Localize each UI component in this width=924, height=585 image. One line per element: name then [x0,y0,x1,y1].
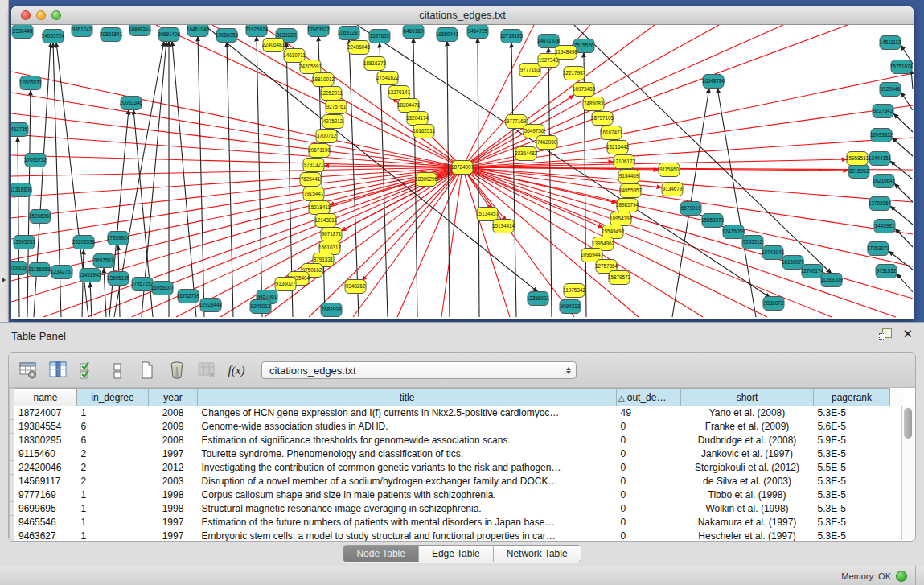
graph-edge[interactable] [11,113,462,167]
graph-node[interactable]: 24205591 [299,60,322,74]
graph-edge[interactable] [11,155,462,167]
graph-edge[interactable] [349,39,359,317]
cell-year[interactable]: 1998 [149,488,198,502]
graph-node[interactable]: 27541622 [376,72,400,85]
cell-title[interactable]: Corpus callosum shape and size in male p… [198,488,617,502]
cell-in_degree[interactable]: 2 [77,461,149,475]
graph-node[interactable]: 22406046 [347,41,371,55]
graph-edge[interactable] [717,88,756,317]
cell-in_degree[interactable]: 6 [77,420,149,434]
graph-node[interactable]: 9731532 [876,265,897,278]
graph-node[interactable]: 15134414 [492,220,515,233]
cell-title[interactable]: Structural magnetic resonance image aver… [198,502,617,516]
graph-edge[interactable] [892,138,913,156]
column-header-name[interactable]: name [14,389,77,406]
graph-node[interactable]: 11156869 [28,263,51,277]
cell-year[interactable]: 1997 [149,447,198,461]
column-header-title[interactable]: title [198,389,617,406]
graph-node[interactable]: 18846501 [129,25,152,36]
cell-in_degree[interactable]: 1 [77,529,149,542]
graph-node[interactable]: 18985794 [616,199,639,212]
graph-node[interactable]: 13505051 [13,236,36,249]
close-panel-icon[interactable]: ✕ [902,328,913,340]
cell-short[interactable]: Dudbridge et al. (2008) [681,434,814,447]
cell-name[interactable]: 9777169 [14,488,77,502]
graph-node[interactable]: 16166079 [782,256,805,270]
graph-node[interactable]: 9245013 [250,300,271,314]
cell-out_degree[interactable]: 0 [617,447,681,461]
table-row[interactable]: 977716911998Corpus callosum shape and si… [10,488,905,502]
table-mode-button[interactable] [17,359,39,381]
graph-node[interactable]: 14671938 [537,35,561,48]
graph-edge[interactable] [357,25,770,298]
cell-short[interactable]: Franke et al. (2009) [681,420,814,434]
graph-node[interactable]: 15879573 [608,271,631,285]
cell-name[interactable]: 9699695 [14,502,77,516]
graph-node[interactable]: 10973483 [573,83,596,97]
graph-node[interactable]: 16782759 [177,290,200,303]
cell-in_degree[interactable]: 6 [77,434,149,447]
graph-node[interactable]: 12444151 [869,152,892,166]
create-column-button[interactable] [136,359,158,381]
graph-node[interactable]: 9094313 [560,300,581,314]
graph-edge[interactable] [11,167,462,281]
graph-edge[interactable] [893,113,913,132]
table-row[interactable]: 946362711997Embryonic stem cells: a mode… [10,529,905,542]
table-row[interactable]: 1872400712008Changes of HCN gene express… [10,406,905,420]
table-row[interactable]: 1456911722003Disruption of a novel membe… [10,475,905,488]
cell-name[interactable]: 9463627 [14,529,77,542]
cell-pagerank[interactable]: 5.5E-5 [814,461,890,475]
table-row[interactable]: 946554611997Estimation of the future num… [10,516,905,529]
cell-short[interactable]: Wolkin et al. (1998) [681,502,814,516]
cell-title[interactable]: Estimation of the future numbers of pati… [198,516,617,529]
citation-network-graph[interactable]: 2336448240557249361742208518411884650120… [11,25,914,319]
graph-edge[interactable] [172,41,196,317]
graph-node[interactable]: 10719185 [500,30,524,43]
graph-node[interactable]: 19086053 [216,29,239,43]
cell-out_degree[interactable]: 0 [617,516,681,529]
graph-node[interactable]: 9462735 [11,123,28,137]
graph-node[interactable]: 8215953 [848,165,869,179]
graph-node[interactable]: 2336448 [12,25,33,39]
graph-node[interactable]: 16958107 [151,282,175,295]
cell-pagerank[interactable]: 5.3E-5 [814,475,890,488]
graph-node[interactable]: 20851841 [100,28,123,42]
graph-node[interactable]: 23364482 [515,147,538,161]
cell-out_degree[interactable]: 0 [617,461,681,475]
graph-node[interactable]: 11283309 [820,274,843,287]
graph-node[interactable]: 12700174 [801,265,824,278]
cell-title[interactable]: Genome-wide association studies in ADHD. [198,420,617,434]
graph-node[interactable]: 1445931 [874,220,895,233]
column-header-short[interactable]: short [681,389,814,406]
graph-edge[interactable] [901,92,913,110]
cell-pagerank[interactable]: 5.9E-5 [814,434,890,447]
cell-name[interactable]: 9115460 [14,447,77,461]
cell-title[interactable]: Disruption of a novel member of a sodium… [198,475,617,488]
graph-node[interactable]: 17095732 [24,154,47,167]
cell-title[interactable]: Embryonic stem cells: a model to study s… [198,529,617,542]
cell-out_degree[interactable]: 49 [617,406,681,420]
function-builder-button[interactable]: f(x) [225,359,248,381]
graph-node[interactable]: 18810012 [312,73,335,87]
graph-node[interactable]: 22406481 [262,39,285,52]
graph-node[interactable]: 16107427 [600,126,623,140]
graph-edge[interactable] [548,47,552,317]
table-selector[interactable]: citations_edges.txt [261,361,577,379]
graph-node[interactable]: 16162511 [413,125,435,138]
graph-node[interactable]: 7485083 [583,97,604,111]
graph-node[interactable]: 15134457 [476,208,499,221]
graph-edge[interactable] [27,90,31,317]
graph-node[interactable]: 12252011 [320,87,343,101]
cell-title[interactable]: Investigating the contribution of common… [198,461,617,475]
cell-short[interactable]: Yano et al. (2008) [681,406,814,420]
graph-node[interactable]: 12217987 [563,67,586,80]
select-checks-button[interactable] [76,359,99,381]
graph-node[interactable]: 16461045 [187,25,210,37]
cell-year[interactable]: 2003 [149,475,198,488]
graph-node[interactable]: 9919505 [11,262,27,275]
graph-edge[interactable] [227,42,233,317]
graph-node[interactable]: 11451945 [79,269,101,282]
graph-node[interactable]: 9897587 [93,254,114,268]
panel-expand-arrow-icon[interactable] [2,277,6,283]
clear-checks-button[interactable] [106,359,129,381]
